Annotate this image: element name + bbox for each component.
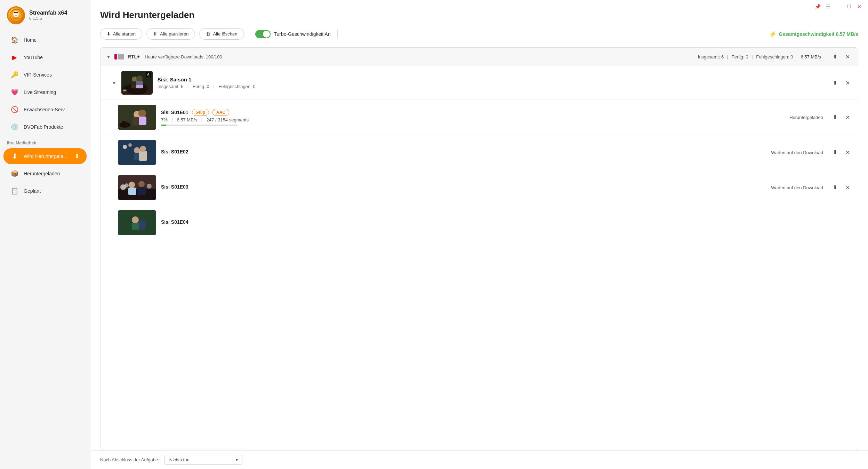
sidebar-item-planned[interactable]: 📋 Geplant — [3, 183, 87, 199]
sidebar-item-vip[interactable]: 🔑 VIP-Services — [3, 67, 87, 83]
group-chevron-icon[interactable]: ▼ — [106, 54, 111, 59]
group-stats-total-label: Insgesamt: — [698, 54, 720, 59]
maximize-button[interactable]: ☐ — [846, 3, 852, 10]
after-task-label: Nach Abschluss der Aufgabe: — [100, 457, 159, 462]
rtl-badge — [114, 54, 124, 59]
nav-menu: 🏠 Home ▶ YouTube 🔑 VIP-Services 💗 Live S… — [0, 30, 90, 469]
pause-all-button[interactable]: ⏸ Alle pausieren — [146, 28, 195, 40]
svg-rect-48 — [139, 221, 146, 230]
svg-point-21 — [138, 110, 146, 117]
delete-all-label: Alle löschen — [213, 31, 237, 37]
series-actions: ⏸ ✕ — [830, 78, 852, 88]
pause-icon: ⏸ — [153, 31, 158, 37]
app-name: Streamfab x64 — [29, 10, 67, 16]
library-section-label: Ihre Mediathek — [0, 136, 90, 148]
sidebar-item-dvdfab[interactable]: 💿 DVDFab Produkte — [3, 119, 87, 135]
episode-01-progress-bar — [161, 125, 238, 126]
group-stats-done: 0 — [746, 54, 748, 59]
toolbar-divider — [337, 30, 338, 38]
svg-point-5 — [15, 12, 15, 13]
svg-point-42 — [124, 183, 129, 188]
episode-01-info: Sisi S01E01 540p AAC 7% | 6.57 MB/s | 24… — [161, 109, 785, 126]
turbo-toggle[interactable] — [255, 30, 271, 38]
content-area: Wird Heruntergeladen ⬇ Alle starten ⏸ Al… — [90, 0, 868, 450]
series-close-button[interactable]: ✕ — [843, 78, 852, 88]
sidebar-item-dvdfab-label: DVDFab Produkte — [24, 124, 63, 130]
page-title: Wird Heruntergeladen — [100, 10, 858, 21]
episode-01-quality-badge: 540p — [192, 109, 209, 116]
episode-01-pause-button[interactable]: ⏸ — [830, 112, 840, 122]
series-done-label: Fertig: — [193, 84, 206, 89]
series-failed-label: Fehlgeschlagen: — [218, 84, 251, 89]
sidebar: Streamfab x64 6.1.5.5 🏠 Home ▶ YouTube 🔑… — [0, 0, 90, 469]
episode-row: Sisi S01E03 Warten auf den Download ⏸ ✕ — [101, 170, 858, 205]
episode-01-title: Sisi S01E01 — [161, 110, 188, 115]
close-button[interactable]: ✕ — [856, 3, 862, 10]
series-failed: 0 — [253, 84, 255, 89]
episode-03-actions: Warten auf den Download ⏸ ✕ — [771, 183, 852, 192]
after-task-select[interactable]: Nichts tun Computer herunterfahren In de… — [164, 455, 242, 465]
episode-01-segments: 247 / 3154 segments — [207, 117, 249, 122]
svg-rect-23 — [139, 117, 146, 125]
sidebar-item-youtube[interactable]: ▶ YouTube — [3, 49, 87, 65]
episode-01-title-row: Sisi S01E01 540p AAC — [161, 109, 785, 116]
trash-icon: 🗑 — [206, 31, 210, 37]
sidebar-item-home[interactable]: 🏠 Home — [3, 32, 87, 48]
group-subtitle: Heute verfügbare Downloads: 100/100 — [145, 54, 222, 59]
sidebar-item-adult[interactable]: 🚫 Erwachsenen-Serv... — [3, 102, 87, 118]
sidebar-item-home-label: Home — [24, 37, 37, 43]
group-close-button[interactable]: ✕ — [843, 52, 852, 62]
episode-01-speed: 6.57 MB/s — [177, 117, 197, 122]
svg-point-39 — [138, 181, 145, 187]
sidebar-item-downloading[interactable]: ⬇ Wird Heruntergela… ⬇ — [3, 148, 87, 164]
minimize-button[interactable]: — — [835, 3, 842, 10]
series-pause-button[interactable]: ⏸ — [830, 78, 840, 88]
vip-icon: 🔑 — [10, 71, 19, 79]
sidebar-item-adult-label: Erwachsenen-Serv... — [24, 107, 69, 112]
app-logo: Streamfab x64 6.1.5.5 — [0, 0, 90, 30]
youtube-icon: ▶ — [10, 53, 19, 62]
episode-01-actions: Heruntergeladen ⏸ ✕ — [789, 112, 852, 122]
dvdfab-icon: 💿 — [10, 123, 19, 131]
series-chevron-icon[interactable]: ▼ — [112, 80, 116, 86]
lightning-icon: ⚡ — [769, 30, 777, 38]
episode-03-pause-button[interactable]: ⏸ — [830, 183, 840, 192]
episode-01-status: Heruntergeladen — [789, 115, 823, 120]
svg-rect-47 — [132, 223, 139, 230]
bottom-bar: Nach Abschluss der Aufgabe: Nichts tun C… — [90, 450, 868, 469]
episode-02-thumbnail — [118, 140, 156, 165]
start-all-button[interactable]: ⬇ Alle starten — [100, 28, 142, 40]
episode-row: Sisi S01E04 — [101, 205, 858, 240]
planned-icon: 📋 — [10, 187, 19, 195]
episode-row: Sisi S01E02 Warten auf den Download ⏸ ✕ — [101, 135, 858, 170]
livestreaming-icon: 💗 — [10, 88, 19, 96]
episode-03-info: Sisi S01E03 — [161, 184, 766, 191]
downloaded-icon: 📦 — [10, 169, 19, 178]
svg-point-43 — [147, 184, 152, 189]
episode-01-close-button[interactable]: ✕ — [843, 112, 852, 122]
group-pause-button[interactable]: ⏸ — [830, 52, 840, 62]
sidebar-item-livestreaming[interactable]: 💗 Live Streaming — [3, 84, 87, 100]
episode-02-status: Warten auf den Download — [771, 150, 823, 155]
episode-03-close-button[interactable]: ✕ — [843, 183, 852, 192]
sep1: | — [727, 54, 728, 59]
pin-button[interactable]: 📌 — [814, 3, 821, 10]
episode-02-close-button[interactable]: ✕ — [843, 148, 852, 157]
svg-rect-40 — [138, 187, 146, 195]
sidebar-item-downloading-label: Wird Heruntergela… — [24, 153, 68, 159]
episode-02-pause-button[interactable]: ⏸ — [830, 148, 840, 157]
delete-all-button[interactable]: 🗑 Alle löschen — [199, 28, 244, 40]
start-all-label: Alle starten — [113, 31, 136, 37]
episode-04-thumbnail — [118, 210, 156, 235]
series-count-badge: 6 — [146, 72, 151, 77]
sidebar-item-downloaded[interactable]: 📦 Heruntergeladen — [3, 166, 87, 182]
menu-button[interactable]: ☰ — [825, 3, 831, 10]
download-start-icon: ⬇ — [107, 31, 111, 37]
sidebar-item-planned-label: Geplant — [24, 188, 41, 194]
toggle-knob — [263, 31, 270, 38]
svg-rect-36 — [118, 189, 156, 200]
svg-point-33 — [128, 143, 132, 147]
group-actions: ⏸ ✕ — [830, 52, 852, 62]
svg-point-46 — [132, 216, 139, 223]
series-row: ▼ — [101, 66, 858, 100]
